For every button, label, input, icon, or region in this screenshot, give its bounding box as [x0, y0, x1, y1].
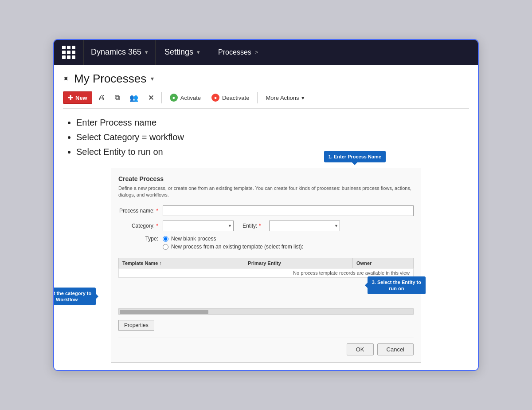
waffle-icon [62, 46, 75, 59]
activate-label: Activate [180, 95, 201, 101]
toolbar-separator-2 [257, 92, 258, 103]
dialog-area: 1. Enter Process Name 2. Set the categor… [111, 168, 421, 363]
create-process-dialog: Create Process Define a new process, or … [111, 168, 421, 363]
dialog-bottom-buttons: OK Cancel [118, 338, 414, 355]
properties-button[interactable]: Properties [118, 320, 154, 331]
copy-button[interactable]: ⧉ [111, 91, 124, 104]
ok-button[interactable]: OK [347, 343, 374, 355]
deactivate-button[interactable]: ● Deactivate [207, 91, 254, 104]
category-select-wrapper: Workflow Action Business Process Flow Di… [163, 221, 234, 231]
col-template-name: Template Name ↑ [119, 258, 244, 268]
more-actions-button[interactable]: More Actions ▾ [261, 92, 309, 103]
new-icon: ✚ [68, 94, 73, 101]
dialog-footer: Properties [118, 320, 414, 331]
brand-label: Dynamics 365 [91, 47, 141, 57]
callout-3: 3. Select the Entity to run on [368, 276, 426, 295]
assign-icon: 👥 [129, 94, 138, 102]
settings-chevron-icon: ▾ [197, 49, 200, 55]
type-label: Type: [118, 236, 158, 242]
waffle-menu-button[interactable] [54, 40, 83, 65]
col-owner: Owner [353, 258, 414, 268]
horizontal-scrollbar[interactable] [118, 308, 414, 315]
callout-2: 2. Set the category to Workflow [53, 288, 96, 306]
print-button[interactable]: 🖨 [94, 91, 109, 104]
category-entity-row: Category: * Workflow Action Business Pro… [118, 221, 414, 231]
copy-icon: ⧉ [115, 94, 120, 101]
brand-nav-item[interactable]: Dynamics 365 ▾ [83, 40, 155, 65]
instruction-item-3: Select Entity to run on [76, 147, 469, 157]
scrollbar-thumb[interactable] [120, 310, 208, 314]
process-name-input[interactable] [163, 205, 414, 216]
main-window: Dynamics 365 ▾ Settings ▾ Processes > ✦ … [53, 39, 479, 371]
type-radio-template[interactable] [163, 244, 168, 250]
more-actions-label: More Actions [266, 95, 299, 101]
top-nav: Dynamics 365 ▾ Settings ▾ Processes > [54, 40, 478, 65]
template-table: Template Name ↑ Primary Entity Owner No … [118, 258, 414, 278]
toolbar-separator-1 [161, 92, 162, 103]
pin-icon: ✦ [60, 73, 72, 84]
instruction-item-2: Select Category = workflow [76, 132, 469, 142]
toolbar: ✚ New 🖨 ⧉ 👥 ✕ ● Activate ● Deac [63, 91, 469, 109]
delete-button[interactable]: ✕ [144, 91, 158, 105]
dialog-title: Create Process [118, 175, 414, 182]
settings-label: Settings [164, 47, 193, 57]
callout-1: 1. Enter Process Name [324, 151, 386, 162]
type-option-1[interactable]: New blank process [163, 236, 303, 242]
category-label: Category: * [118, 223, 158, 229]
assign-button[interactable]: 👥 [125, 91, 142, 105]
more-actions-chevron-icon: ▾ [301, 95, 305, 101]
type-options: New blank process New process from an ex… [163, 236, 303, 250]
cancel-button[interactable]: Cancel [377, 343, 414, 355]
entity-select-wrapper: Account Contact Lead Opportunity [269, 221, 340, 231]
instructions-list: Enter Process name Select Category = wor… [63, 118, 469, 157]
brand-chevron-icon: ▾ [145, 49, 148, 55]
type-row: Type: New blank process New process from… [118, 236, 414, 250]
process-name-label: Process name: * [118, 208, 158, 214]
print-icon: 🖨 [98, 94, 105, 101]
entity-label: Entity: * [243, 223, 265, 229]
col-primary-entity: Primary Entity [244, 258, 353, 268]
new-label: New [75, 95, 87, 101]
processes-label: Processes [218, 48, 251, 56]
processes-nav-item[interactable]: Processes > [209, 40, 267, 65]
delete-icon: ✕ [148, 94, 154, 102]
main-content: ✦ My Processes ▾ ✚ New 🖨 ⧉ 👥 ✕ [54, 65, 478, 371]
new-button[interactable]: ✚ New [63, 91, 92, 104]
title-chevron-icon[interactable]: ▾ [151, 75, 154, 82]
process-name-row: Process name: * [118, 205, 414, 216]
page-title: My Processes [74, 72, 146, 86]
activate-icon: ● [170, 94, 178, 102]
processes-chevron-icon: > [255, 49, 258, 55]
activate-button[interactable]: ● Activate [165, 91, 205, 104]
deactivate-icon: ● [211, 94, 219, 102]
instruction-item-1: Enter Process name [76, 118, 469, 128]
page-title-row: ✦ My Processes ▾ [63, 72, 469, 86]
type-option-2[interactable]: New process from an existing template (s… [163, 244, 303, 250]
deactivate-label: Deactivate [222, 95, 249, 101]
settings-nav-item[interactable]: Settings ▾ [155, 40, 209, 65]
dialog-subtitle: Define a new process, or create one from… [118, 185, 414, 199]
entity-select[interactable]: Account Contact Lead Opportunity [269, 221, 340, 231]
category-select[interactable]: Workflow Action Business Process Flow Di… [163, 221, 234, 231]
type-radio-blank[interactable] [163, 236, 168, 242]
